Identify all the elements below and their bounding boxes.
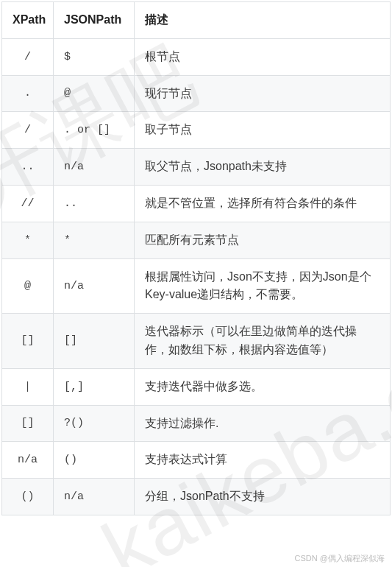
cell-xpath: @: [2, 258, 54, 314]
table-row: []?()支持过滤操作.: [2, 405, 391, 442]
header-desc: 描述: [135, 2, 391, 39]
cell-desc: 就是不管位置，选择所有符合条件的条件: [135, 185, 391, 222]
cell-desc: 根节点: [135, 38, 391, 75]
cell-desc: 支持表达式计算: [135, 442, 391, 479]
cell-jsonpath: n/a: [54, 149, 135, 186]
table-row: @n/a根据属性访问，Json不支持，因为Json是个Key-value递归结构…: [2, 258, 391, 314]
cell-jsonpath: . or []: [54, 112, 135, 149]
cell-jsonpath: ..: [54, 185, 135, 222]
cell-xpath: |: [2, 368, 54, 405]
table-row: .@现行节点: [2, 75, 391, 112]
cell-jsonpath: []: [54, 314, 135, 369]
cell-jsonpath: [,]: [54, 368, 135, 405]
cell-jsonpath: @: [54, 75, 135, 112]
cell-jsonpath: *: [54, 222, 135, 258]
table-row: //..就是不管位置，选择所有符合条件的条件: [2, 185, 391, 222]
cell-jsonpath: $: [54, 38, 135, 75]
table-row: [][]迭代器标示（可以在里边做简单的迭代操作，如数组下标，根据内容选值等）: [2, 314, 391, 369]
cell-xpath: (): [2, 479, 54, 515]
footer-attribution: CSDN @偶入编程深似海: [295, 553, 385, 564]
cell-desc: 现行节点: [135, 75, 391, 112]
cell-xpath: ..: [2, 149, 54, 186]
header-jsonpath: JSONPath: [54, 2, 135, 39]
cell-xpath: /: [2, 112, 54, 149]
table-row: n/a()支持表达式计算: [2, 442, 391, 479]
cell-jsonpath: n/a: [54, 258, 135, 314]
cell-desc: 支持过滤操作.: [135, 405, 391, 442]
comparison-table-container: XPath JSONPath 描述 /$根节点.@现行节点/. or []取子节…: [0, 0, 392, 517]
cell-xpath: .: [2, 75, 54, 112]
cell-desc: 分组，JsonPath不支持: [135, 479, 391, 515]
table-header-row: XPath JSONPath 描述: [2, 2, 391, 39]
table-row: ()n/a分组，JsonPath不支持: [2, 479, 391, 515]
table-row: /$根节点: [2, 38, 391, 75]
cell-xpath: *: [2, 222, 54, 258]
cell-desc: 支持迭代器中做多选。: [135, 368, 391, 405]
cell-jsonpath: (): [54, 442, 135, 479]
cell-xpath: []: [2, 314, 54, 369]
comparison-table: XPath JSONPath 描述 /$根节点.@现行节点/. or []取子节…: [1, 1, 391, 515]
cell-desc: 迭代器标示（可以在里边做简单的迭代操作，如数组下标，根据内容选值等）: [135, 314, 391, 369]
cell-desc: 根据属性访问，Json不支持，因为Json是个Key-value递归结构，不需要…: [135, 258, 391, 314]
cell-xpath: /: [2, 38, 54, 75]
cell-desc: 匹配所有元素节点: [135, 222, 391, 258]
header-xpath: XPath: [2, 2, 54, 39]
cell-desc: 取子节点: [135, 112, 391, 149]
cell-jsonpath: n/a: [54, 479, 135, 515]
cell-xpath: n/a: [2, 442, 54, 479]
cell-jsonpath: ?(): [54, 405, 135, 442]
table-row: |[,]支持迭代器中做多选。: [2, 368, 391, 405]
table-row: ..n/a取父节点，Jsonpath未支持: [2, 149, 391, 186]
table-body: /$根节点.@现行节点/. or []取子节点..n/a取父节点，Jsonpat…: [2, 38, 391, 515]
cell-desc: 取父节点，Jsonpath未支持: [135, 149, 391, 186]
cell-xpath: //: [2, 185, 54, 222]
table-row: **匹配所有元素节点: [2, 222, 391, 258]
cell-xpath: []: [2, 405, 54, 442]
table-row: /. or []取子节点: [2, 112, 391, 149]
